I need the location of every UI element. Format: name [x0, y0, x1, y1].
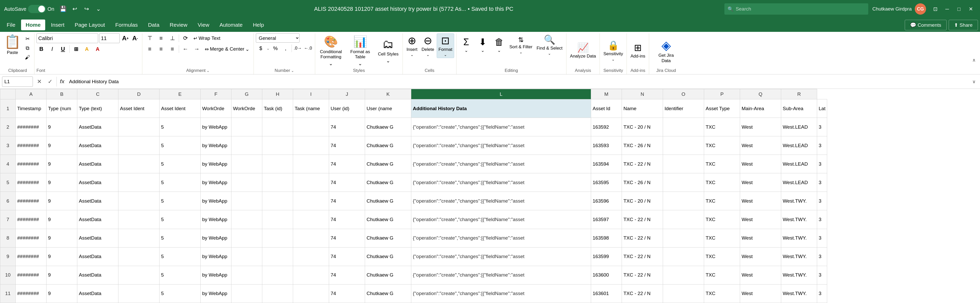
- cell-8[interactable]: 3: [817, 229, 827, 247]
- row-number-11[interactable]: 11: [0, 284, 16, 303]
- cell-L1[interactable]: Additional History Data: [411, 99, 591, 118]
- cell-Q7[interactable]: West: [740, 210, 781, 229]
- menu-view[interactable]: View: [193, 19, 214, 30]
- col-header-R[interactable]: R: [781, 89, 817, 99]
- cell-O3[interactable]: [663, 136, 704, 155]
- cell-O10[interactable]: [663, 266, 704, 284]
- menu-formulas[interactable]: Formulas: [111, 19, 143, 30]
- bold-button[interactable]: B: [37, 44, 46, 54]
- cell-R9[interactable]: West.TWY.: [781, 247, 817, 266]
- cell-I9[interactable]: [293, 247, 329, 266]
- cell-L5[interactable]: {"operation":"create","changes":[{"field…: [411, 173, 591, 192]
- align-dialog-launcher[interactable]: ⌄: [207, 68, 210, 73]
- cell-P1[interactable]: Asset Type: [704, 99, 740, 118]
- cell-D7[interactable]: [118, 210, 159, 229]
- merge-dropdown-icon[interactable]: ⌄: [245, 46, 250, 52]
- cell-D3[interactable]: [118, 136, 159, 155]
- cell-J8[interactable]: 74: [329, 229, 365, 247]
- cell-R11[interactable]: West.TWY.: [781, 284, 817, 303]
- clear-button[interactable]: 🗑 ⌄: [492, 36, 507, 54]
- cell-Q3[interactable]: West: [740, 136, 781, 155]
- cell-L6[interactable]: {"operation":"create","changes":[{"field…: [411, 192, 591, 210]
- decrease-font-button[interactable]: A-: [130, 33, 140, 43]
- underline-button[interactable]: U: [58, 44, 68, 54]
- cell-E5[interactable]: 5: [159, 173, 200, 192]
- cell-G3[interactable]: [231, 136, 262, 155]
- add-ins-button[interactable]: ⊞ Add-ins: [629, 41, 647, 60]
- fill-button[interactable]: ⬇ ⌄: [475, 36, 490, 54]
- cell-C3[interactable]: AssetData: [77, 136, 118, 155]
- cell-A10[interactable]: ########: [16, 266, 46, 284]
- cell-K5[interactable]: Chutkaew G: [365, 173, 411, 192]
- analyze-data-button[interactable]: 📈 Analyze Data: [568, 41, 598, 60]
- cell-P3[interactable]: TXC: [704, 136, 740, 155]
- increase-decimal-button[interactable]: .0→: [293, 44, 302, 53]
- col-header-A[interactable]: A: [16, 89, 46, 99]
- font-size-input[interactable]: [99, 33, 120, 43]
- col-header-N[interactable]: N: [622, 89, 663, 99]
- format-as-table-button[interactable]: 📊 Format as Table ⌄: [347, 34, 374, 68]
- cell-P5[interactable]: TXC: [704, 173, 740, 192]
- cell-D9[interactable]: [118, 247, 159, 266]
- menu-home[interactable]: Home: [21, 19, 45, 30]
- cell-E9[interactable]: 5: [159, 247, 200, 266]
- cell-E4[interactable]: 5: [159, 155, 200, 173]
- cell-K1[interactable]: User (name: [365, 99, 411, 118]
- col-header-L[interactable]: L: [411, 89, 591, 99]
- sort-filter-button[interactable]: ⇅ Sort & Filter ⌄: [508, 35, 534, 55]
- cell-B11[interactable]: 9: [46, 284, 77, 303]
- cell-O2[interactable]: [663, 118, 704, 136]
- cell-N7[interactable]: TXC - 22 / N: [622, 210, 663, 229]
- cell-L7[interactable]: {"operation":"create","changes":[{"field…: [411, 210, 591, 229]
- sort-filter-dropdown[interactable]: ⌄: [519, 50, 522, 54]
- comma-button[interactable]: ,: [281, 44, 291, 53]
- cell-C6[interactable]: AssetData: [77, 192, 118, 210]
- cell-I11[interactable]: [293, 284, 329, 303]
- cell-styles-button[interactable]: 🗂 Cell Styles ⌄: [376, 37, 401, 65]
- cell-R1[interactable]: Sub-Area: [781, 99, 817, 118]
- cell-C1[interactable]: Type (text): [77, 99, 118, 118]
- cell-N10[interactable]: TXC - 22 / N: [622, 266, 663, 284]
- cell-2[interactable]: 3: [817, 118, 827, 136]
- cell-K4[interactable]: Chutkaew G: [365, 155, 411, 173]
- cell-M1[interactable]: Asset Id: [591, 99, 622, 118]
- col-header-B[interactable]: B: [46, 89, 77, 99]
- cell-M9[interactable]: 163599: [591, 247, 622, 266]
- cell-P9[interactable]: TXC: [704, 247, 740, 266]
- cell-L9[interactable]: {"operation":"create","changes":[{"field…: [411, 247, 591, 266]
- cell-G6[interactable]: [231, 192, 262, 210]
- cell-Q8[interactable]: West: [740, 229, 781, 247]
- menu-page-layout[interactable]: Page Layout: [70, 19, 110, 30]
- cell-N5[interactable]: TXC - 26 / N: [622, 173, 663, 192]
- delete-cells-button[interactable]: ⊖ Delete ⌄: [420, 33, 436, 58]
- cell-H9[interactable]: [262, 247, 293, 266]
- cell-I2[interactable]: [293, 118, 329, 136]
- cell-K8[interactable]: Chutkaew G: [365, 229, 411, 247]
- sum-button[interactable]: Σ ⌄: [458, 36, 474, 54]
- formula-input[interactable]: [68, 76, 968, 87]
- cell-F4[interactable]: by WebApp: [200, 155, 231, 173]
- cell-K10[interactable]: Chutkaew G: [365, 266, 411, 284]
- cell-D4[interactable]: [118, 155, 159, 173]
- cell-I10[interactable]: [293, 266, 329, 284]
- col-header-P[interactable]: P: [704, 89, 740, 99]
- formula-confirm-button[interactable]: ✓: [45, 77, 55, 87]
- user-avatar[interactable]: CG: [915, 3, 926, 14]
- increase-indent-button[interactable]: →: [191, 44, 202, 54]
- sensitivity-dropdown[interactable]: ⌄: [612, 57, 615, 61]
- cell-A11[interactable]: ########: [16, 284, 46, 303]
- cell-R10[interactable]: West.TWY.: [781, 266, 817, 284]
- cell-N3[interactable]: TXC - 26 / N: [622, 136, 663, 155]
- percent-button[interactable]: %: [270, 44, 280, 53]
- number-dialog-launcher[interactable]: ⌄: [291, 68, 294, 73]
- col-header-Q[interactable]: Q: [740, 89, 781, 99]
- cell-D2[interactable]: [118, 118, 159, 136]
- row-number-6[interactable]: 6: [0, 192, 16, 210]
- cell-G10[interactable]: [231, 266, 262, 284]
- cell-P6[interactable]: TXC: [704, 192, 740, 210]
- orient-button[interactable]: ⟳: [180, 33, 191, 43]
- cell-J2[interactable]: 74: [329, 118, 365, 136]
- cell-B6[interactable]: 9: [46, 192, 77, 210]
- row-number-1[interactable]: 1: [0, 99, 16, 118]
- col-header-O[interactable]: O: [663, 89, 704, 99]
